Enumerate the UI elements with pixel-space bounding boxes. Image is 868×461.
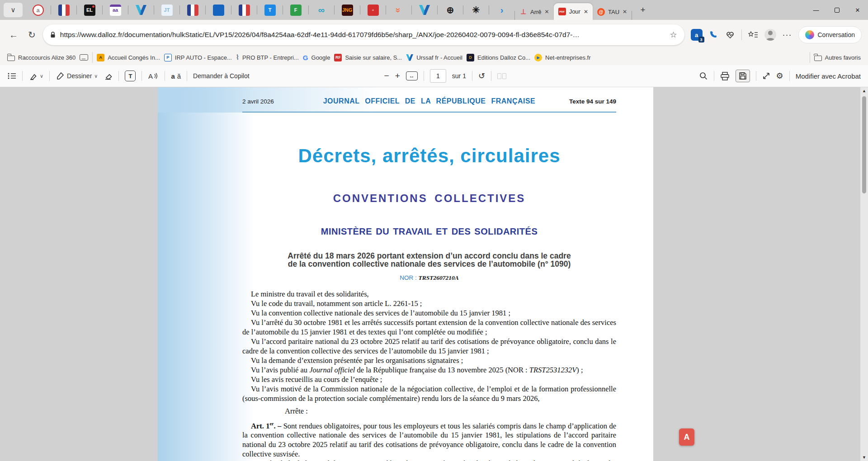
vertical-scrollbar[interactable]: ▲ ▼ [860,87,868,461]
bookmark-pro-btp[interactable]: ⌇PRO BTP - Entrepri... [236,53,299,61]
zoom-in-button[interactable]: + [395,71,400,81]
highlight-button[interactable]: ∨ [28,71,43,80]
doc-paragraph: Vu l’avis publié au Journal officiel de … [242,365,616,375]
favicon-tab-f-green[interactable]: F [283,0,308,20]
tab-close-icon[interactable]: ✕ [584,9,588,15]
ask-copilot-button[interactable]: Demander à Copilot [193,72,250,80]
save-button[interactable] [736,70,750,82]
tab-close-icon[interactable]: ✕ [623,9,627,15]
acrobat-floating-icon[interactable]: A [679,428,694,446]
f-green-icon: F [290,5,302,16]
favicon-tab-urssaf[interactable] [128,0,154,20]
favicon-tab-globe[interactable]: ⊕ [438,0,463,20]
favicon-tab-chevrons-orange[interactable]: » [386,0,411,20]
settings-gear-icon[interactable]: ⚙ [776,71,783,81]
minimize-button[interactable]: — [806,0,826,20]
tab-label: TAU [608,9,619,15]
phone-icon[interactable] [709,30,719,40]
more-menu-button[interactable]: ··· [783,30,792,40]
google-icon: G [303,54,308,61]
favicon-tab-teams-t[interactable]: T [257,0,283,20]
bookmark-card-bookmark[interactable] [80,54,88,61]
favicon-tab-legifrance[interactable] [51,0,76,20]
restore-button[interactable] [826,0,847,20]
bookmark-urssaf-accueil[interactable]: Urssaf fr - Accueil [406,54,462,61]
doc-paragraph: Vu le code du travail, notamment son art… [242,299,616,308]
read-aloud-button[interactable]: A [148,72,159,80]
favicon-tab-alize[interactable]: aa [103,0,128,20]
add-text-button[interactable]: T [125,71,136,81]
refresh-button[interactable]: ↻ [25,29,38,40]
favicon-tab-urssaf-2[interactable] [412,0,437,20]
print-button[interactable] [720,72,730,80]
doc-paragraph: Vu la convention collective nationale de… [242,308,616,318]
favicon-tab-amazon[interactable]: a [25,0,51,20]
favicon-tab-gouv-flag[interactable] [180,0,205,20]
bookmark-other-favorites[interactable]: Autres favoris [814,54,861,61]
favicon-tab-editions-legislatives[interactable]: EL [77,0,102,20]
navbar-actions: a3 ··· Conversation [689,26,862,43]
tab-arrete-tab[interactable]: ⊥Arrê✕ [515,4,554,20]
bookmark-net-entreprises[interactable]: ▶Net-entreprises.fr [534,54,590,61]
named-tabs: ⊥Arrê✕PDFJour✕@TAU✕ [514,0,632,20]
scroll-up-arrow[interactable]: ▲ [862,87,866,94]
search-icon[interactable] [699,71,708,80]
favicon-tab-openai[interactable]: ✳ [463,0,489,20]
divider [741,29,742,40]
favicon-tab-gouv-flag-2[interactable] [231,0,257,20]
bookmark-saisie-salaire[interactable]: RFSaisie sur salaire, S... [334,54,402,61]
bookmark-irp-auto[interactable]: PIRP AUTO - Espace... [164,54,232,61]
back-button[interactable]: ← [6,30,21,40]
bookmark-conges-intemperies[interactable]: AAccueil Congés In... [97,54,160,61]
zoom-controls: − + ↔ sur 1 ↺ [384,69,506,83]
favicon-tab-arrow-blue[interactable]: › [489,0,514,20]
other-favorites-group: Autres favoris [810,52,861,63]
extension-icon[interactable]: a3 [691,29,703,41]
edit-with-acrobat-button[interactable]: Modifier avec Acrobat [796,72,861,80]
irp-auto-icon: P [164,54,172,61]
draw-button[interactable]: Dessiner∨ [56,71,98,80]
eraser-button[interactable] [104,71,113,80]
tab-tau-tab[interactable]: @TAU✕ [593,4,632,20]
divider [22,71,23,81]
bookmark-google[interactable]: GGoogle [303,54,330,61]
favicon-tab-infinity[interactable]: ∞ [309,0,334,20]
profile-avatar[interactable] [764,29,776,41]
bookmark-raccourcis-alize[interactable]: Racccourcis Alize 360 [7,54,75,61]
bookmark-editions-dalloz[interactable]: DEditions Dalloz Co... [467,54,530,61]
translate-button[interactable]: aă [171,72,181,80]
tab-journal-pdf-tab[interactable]: PDFJour✕ [554,3,593,20]
chevrons-orange-icon: » [394,7,404,12]
new-tab-button[interactable]: + [635,3,651,17]
openai-icon: ✳ [472,5,480,15]
copilot-conversation-button[interactable]: Conversation [798,26,862,43]
scroll-down-arrow[interactable]: ▼ [862,454,866,461]
fullscreen-button[interactable] [762,72,770,80]
chevron-down-icon[interactable]: ∨ [94,73,98,79]
favorites-bar-icon[interactable] [748,31,758,39]
favicon-tab-stop-red[interactable]: ▫ [360,0,386,20]
tab-close-icon[interactable]: ✕ [545,9,549,15]
draw-label: Dessiner [67,72,92,80]
fit-to-width-button[interactable]: ↔ [406,71,418,80]
divider [756,71,756,81]
favicon-tab-jng-dark[interactable]: JNG [335,0,360,20]
favorite-star-icon[interactable]: ☆ [670,30,677,40]
browser-essentials-icon[interactable] [725,30,735,39]
close-button[interactable]: ✕ [847,0,868,20]
url-text[interactable]: https://www.dalloz.fr/documentation/hulk… [60,31,665,39]
copilot-icon [805,30,814,39]
two-page-view-button[interactable] [497,73,506,79]
favicon-tab-blue-square[interactable] [206,0,231,20]
scrollbar-thumb[interactable] [862,96,866,193]
table-of-contents-button[interactable] [7,72,16,80]
address-bar[interactable]: https://www.dalloz.fr/documentation/hulk… [43,24,684,45]
bookmark-label: Racccourcis Alize 360 [18,54,75,61]
page-number-input[interactable] [430,69,446,83]
chevron-down-icon[interactable]: ∨ [40,73,43,79]
folder-icon [814,56,822,61]
favicon-tab-jt-pale[interactable]: JT [154,0,179,20]
rotate-button[interactable]: ↺ [478,71,485,81]
zoom-out-button[interactable]: − [384,71,389,81]
tab-search-chevron-button[interactable]: ∨ [4,3,23,17]
